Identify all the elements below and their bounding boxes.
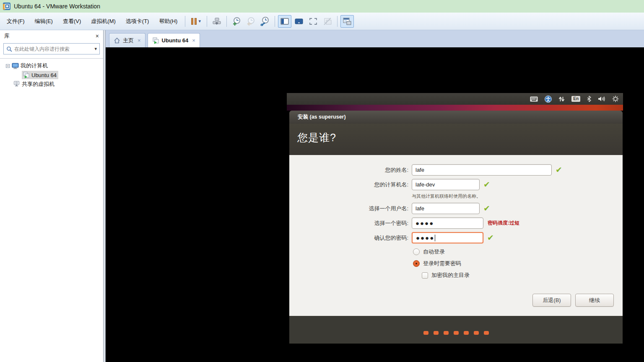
- library-panel: 库 × ▾: [0, 30, 104, 362]
- library-panel-toggle-button[interactable]: [278, 15, 291, 28]
- shared-vm-icon: [13, 81, 20, 88]
- password-strength-warning: 密码强度:过短: [488, 220, 519, 227]
- computer-icon: [12, 63, 19, 69]
- take-snapshot-button[interactable]: [230, 15, 243, 28]
- vmware-logo-icon: [3, 2, 11, 10]
- installer-footer: [289, 316, 623, 344]
- unity-mode-button[interactable]: [321, 15, 334, 28]
- send-ctrl-alt-del-button[interactable]: [210, 15, 223, 28]
- password-label: 选择一个密码:: [289, 220, 408, 227]
- radio-selected-icon[interactable]: [413, 260, 420, 267]
- installer-titlebar: 安装 (as superuser): [289, 111, 623, 124]
- vm-console[interactable]: En: [106, 47, 644, 362]
- input-language-indicator[interactable]: En: [571, 96, 580, 102]
- search-icon: [6, 46, 12, 52]
- hostname-field[interactable]: [412, 179, 480, 190]
- menu-tabs[interactable]: 选项卡(T): [121, 15, 154, 28]
- toolbar-separator: [275, 16, 275, 27]
- volume-icon[interactable]: [598, 96, 605, 102]
- snapshot-clock-plus-icon: [232, 17, 241, 26]
- username-field[interactable]: [412, 203, 480, 214]
- tab-close-icon[interactable]: ×: [192, 37, 195, 44]
- valid-check-icon: ✔: [556, 166, 562, 174]
- radio-label: 登录时需要密码: [423, 260, 461, 267]
- installer-window: 安装 (as superuser) 您是谁? 您的姓名: ✔: [289, 111, 623, 344]
- tree-label: Ubuntu 64: [31, 72, 57, 78]
- library-tree: 我的计算机 Ubuntu 64: [0, 58, 103, 89]
- bluetooth-icon[interactable]: [587, 96, 591, 102]
- pause-vm-button[interactable]: ▾: [188, 15, 204, 28]
- tab-label: 主页: [123, 37, 134, 44]
- encrypt-home-checkbox[interactable]: 加密我的主目录: [422, 272, 470, 279]
- vm-running-icon: [152, 37, 159, 44]
- menu-view[interactable]: 查看(V): [58, 15, 86, 28]
- menu-edit[interactable]: 编辑(E): [30, 15, 58, 28]
- tab-strip: 主页 × Ubuntu 64 ×: [106, 30, 644, 47]
- installer-window-title: 安装 (as superuser): [298, 114, 346, 121]
- valid-check-icon: ✔: [483, 181, 490, 189]
- require-password-radio[interactable]: 登录时需要密码: [413, 260, 461, 267]
- chevron-down-icon[interactable]: ▾: [198, 19, 201, 23]
- console-view-icon: [343, 18, 351, 25]
- password-field[interactable]: [412, 217, 483, 229]
- home-icon: [114, 37, 120, 44]
- thumbnail-bar-toggle-button[interactable]: [292, 15, 306, 28]
- manage-snapshots-button[interactable]: [258, 15, 272, 28]
- menu-vm[interactable]: 虚拟机(M): [86, 15, 121, 28]
- session-power-icon[interactable]: [612, 96, 619, 102]
- network-updown-icon[interactable]: [558, 96, 565, 102]
- tab-home[interactable]: 主页 ×: [109, 33, 145, 47]
- snapshot-clock-wrench-icon: [260, 17, 270, 26]
- pause-icon: [191, 18, 197, 25]
- menu-toolbar: 文件(F) 编辑(E) 查看(V) 虚拟机(M) 选项卡(T) 帮助(H) ▾: [0, 13, 644, 30]
- tree-item-shared-vms[interactable]: 共享的虚拟机: [0, 80, 103, 89]
- tab-ubuntu64[interactable]: Ubuntu 64 ×: [148, 33, 200, 47]
- back-button[interactable]: 后退(B): [532, 294, 571, 307]
- fullscreen-icon: [309, 18, 317, 25]
- vmware-workstation-window: Ubuntu 64 - VMware Workstation 文件(F) 编辑(…: [0, 0, 644, 362]
- search-input[interactable]: [14, 46, 94, 52]
- accessibility-icon[interactable]: [545, 96, 552, 103]
- library-search[interactable]: ▾: [3, 43, 100, 54]
- confirm-password-label: 确认您的密码:: [289, 234, 408, 242]
- radio-unselected-icon[interactable]: [413, 248, 420, 255]
- tree-label: 我的计算机: [21, 62, 48, 70]
- confirm-password-field[interactable]: ●●●●: [412, 232, 483, 243]
- library-panel-icon: [280, 18, 289, 25]
- hostname-hint: 与其他计算机联络时使用的名称。: [412, 193, 481, 199]
- valid-check-icon: ✔: [483, 204, 490, 212]
- revert-snapshot-button[interactable]: [244, 15, 257, 28]
- tree-item-ubuntu64[interactable]: Ubuntu 64: [0, 70, 103, 80]
- toolbar-separator: [337, 16, 338, 27]
- keyboard-indicator-icon[interactable]: [530, 96, 538, 102]
- menu-file[interactable]: 文件(F): [2, 15, 30, 28]
- installer-header: 您是谁?: [289, 124, 623, 155]
- tree-label: 共享的虚拟机: [22, 80, 55, 88]
- tab-close-icon[interactable]: ×: [138, 37, 141, 44]
- console-view-button[interactable]: [340, 15, 354, 28]
- tree-collapse-icon[interactable]: [6, 64, 10, 68]
- library-close-icon[interactable]: ×: [96, 33, 99, 39]
- fullname-field[interactable]: [412, 164, 552, 176]
- installer-form: 您的姓名: ✔ 您的计算机名: ✔ 与其他计算机联络时使用的名称。: [289, 155, 623, 316]
- checkbox-label: 加密我的主目录: [431, 272, 470, 279]
- progress-dots: [423, 331, 489, 335]
- unity-mode-icon: [323, 18, 332, 25]
- auto-login-radio[interactable]: 自动登录: [413, 248, 445, 256]
- valid-check-icon: ✔: [487, 234, 494, 242]
- continue-button[interactable]: 继续: [575, 294, 614, 307]
- tree-item-my-computer[interactable]: 我的计算机: [0, 61, 103, 70]
- ubuntu-guest-screen: En: [287, 93, 623, 344]
- toolbar-separator: [226, 16, 227, 27]
- ubuntu-top-panel: En: [287, 93, 623, 105]
- username-label: 选择一个用户名:: [289, 205, 408, 212]
- tab-label: Ubuntu 64: [162, 37, 189, 44]
- ubuntu-wallpaper: [287, 105, 623, 111]
- search-dropdown-icon[interactable]: ▾: [94, 47, 97, 51]
- fullscreen-button[interactable]: [306, 15, 320, 28]
- vm-running-icon: [23, 72, 30, 78]
- menu-help[interactable]: 帮助(H): [154, 15, 182, 28]
- checkbox-unchecked-icon[interactable]: [422, 272, 428, 279]
- text-cursor: [435, 235, 435, 241]
- toolbar-separator: [185, 16, 185, 27]
